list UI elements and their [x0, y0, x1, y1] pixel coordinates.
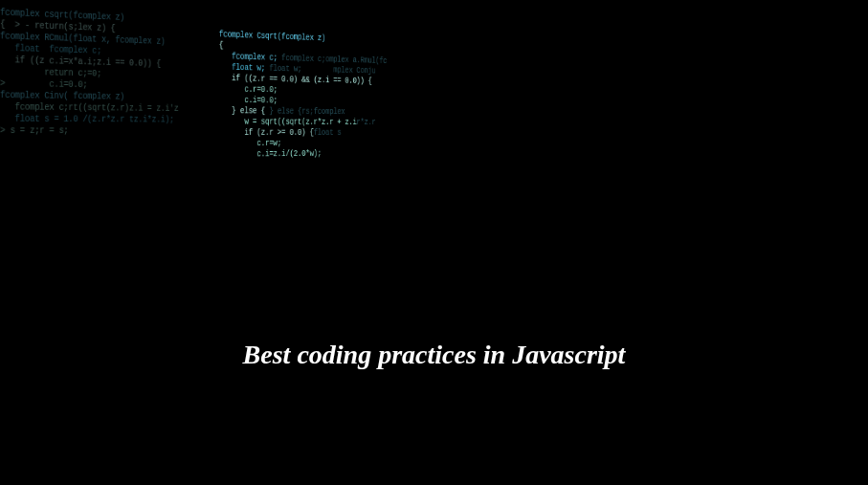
code-front-line: fcomplex c;	[219, 52, 278, 62]
code-front-line: c.i=0.0;	[219, 96, 278, 105]
code-front-line: if (z.r >= 0.0) {	[219, 128, 314, 138]
code-front-line: w = sqrt((sqrt(z.r*z.r + z.i	[219, 117, 357, 126]
code-back-line: fcomplex c;rt((sqrt(z.r)z.i = z.i'z	[0, 102, 178, 114]
code-front-line: float w;	[219, 62, 265, 73]
code-background-decoration: fcomplex csqrt(fcomplex z) { > - return(…	[0, 7, 413, 261]
code-front-line: c.r=w;	[219, 139, 281, 148]
code-front-line: } else {	[219, 106, 265, 116]
page-title: Best coding practices in Javascript	[243, 340, 626, 370]
code-dim-label: r*z.r	[357, 118, 376, 126]
code-back-line: > s = z;r = s;	[0, 125, 68, 135]
code-dim-label: } else {rs;fcomplex	[269, 107, 345, 117]
code-front-line: {	[219, 41, 223, 51]
code-front-line: c.i=z.i/(2.0*w);	[219, 149, 322, 159]
code-dim-label: float s	[314, 128, 342, 137]
code-layer-front: fcomplex Csqrt(fcomplex z) { fcomplex c;…	[219, 29, 387, 160]
code-layer-back: fcomplex csqrt(fcomplex z) { > - return(…	[0, 7, 178, 137]
code-back-line: fcomplex Cinv( fcomplex z)	[0, 90, 124, 101]
code-back-line: float s = 1.0 /(z.r*z.r tz.i*z.i);	[0, 114, 174, 124]
code-back-line: > c.i=0.0;	[0, 78, 87, 90]
code-back-line: return c;=0;	[0, 67, 101, 79]
code-front-line: c.r=0.0;	[219, 84, 278, 95]
